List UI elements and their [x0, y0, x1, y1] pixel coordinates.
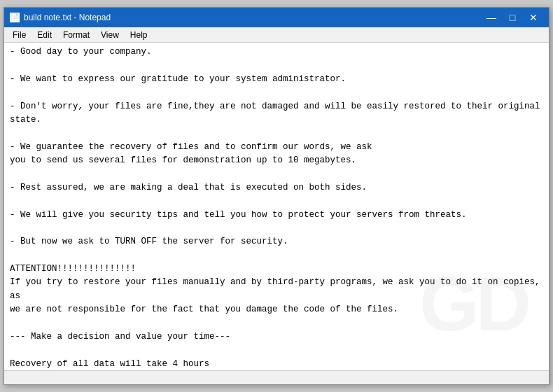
- menu-edit[interactable]: Edit: [31, 29, 57, 41]
- menu-format[interactable]: Format: [57, 29, 95, 41]
- menu-file[interactable]: File: [7, 29, 31, 41]
- window-title: build note.txt - Notepad: [24, 13, 111, 22]
- title-bar-left: 📄 build note.txt - Notepad: [10, 13, 111, 22]
- menu-help[interactable]: Help: [125, 29, 153, 41]
- title-bar: 📄 build note.txt - Notepad — □ ✕: [4, 8, 549, 27]
- text-content-area[interactable]: - Good day to your company. - We want to…: [4, 43, 549, 370]
- maximize-button[interactable]: □: [503, 10, 522, 24]
- minimize-button[interactable]: —: [482, 10, 501, 24]
- window-controls[interactable]: — □ ✕: [482, 10, 543, 24]
- notepad-window: 📄 build note.txt - Notepad — □ ✕ File Ed…: [4, 7, 550, 385]
- close-button[interactable]: ✕: [524, 10, 543, 24]
- app-icon: 📄: [10, 13, 20, 22]
- status-bar: [4, 370, 549, 384]
- notepad-text: - Good day to your company. - We want to…: [10, 46, 543, 370]
- menu-bar: File Edit Format View Help: [4, 27, 549, 43]
- menu-view[interactable]: View: [95, 29, 125, 41]
